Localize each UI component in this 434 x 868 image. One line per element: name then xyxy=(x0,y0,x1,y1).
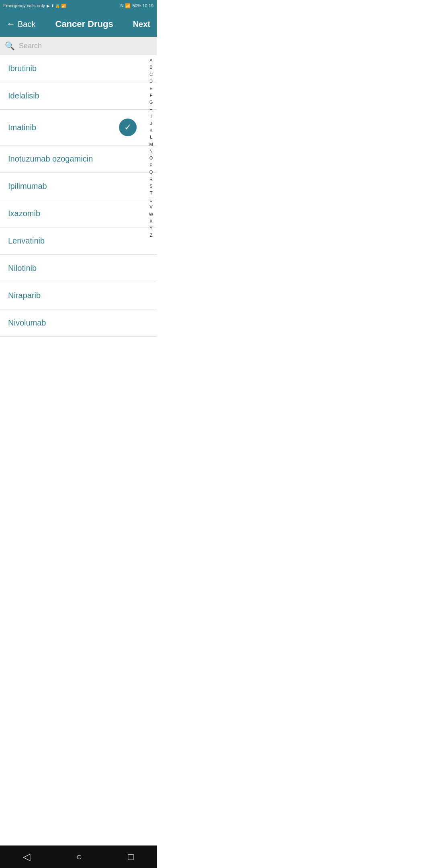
alpha-letter-h[interactable]: H xyxy=(147,106,155,113)
drug-list-item[interactable]: Ibrutinib xyxy=(0,55,157,82)
search-input[interactable] xyxy=(19,42,152,50)
drug-name: Ixazomib xyxy=(8,209,40,218)
alpha-letter-b[interactable]: B xyxy=(147,64,155,70)
alpha-letter-k[interactable]: K xyxy=(147,127,155,133)
alpha-letter-w[interactable]: W xyxy=(147,211,155,217)
drug-list-item[interactable]: Lenvatinib xyxy=(0,227,157,255)
drug-name: Ipilimumab xyxy=(8,182,47,191)
search-icon: 🔍 xyxy=(5,41,15,51)
drug-list-item[interactable]: Nivolumab xyxy=(0,309,157,337)
alpha-letter-r[interactable]: R xyxy=(147,176,155,182)
wifi-icon: 📶 xyxy=(125,3,131,8)
alpha-letter-m[interactable]: M xyxy=(147,141,155,147)
drug-list-item[interactable]: Ixazomib xyxy=(0,200,157,227)
back-arrow-icon: ← xyxy=(6,19,15,29)
drug-list-item[interactable]: Nilotinib xyxy=(0,255,157,282)
status-bar: Emergency calls only ▶ ⬆ 🔒 📶 N 📶 50% 10:… xyxy=(0,0,157,11)
status-right: N 📶 50% 10:19 xyxy=(120,3,154,8)
alpha-letter-f[interactable]: F xyxy=(147,92,155,98)
nfc-icon: N xyxy=(120,3,123,8)
nav-icon-status: ▶ ⬆ 🔒 📶 xyxy=(47,4,66,8)
drug-name: Inotuzumab ozogamicin xyxy=(8,154,93,164)
alphabet-index: ABCDEFGHIJKLMNOPQRSTUVWXYZ xyxy=(145,55,157,241)
drug-list-item[interactable]: Ipilimumab xyxy=(0,173,157,200)
emergency-calls-text: Emergency calls only xyxy=(3,3,45,8)
drug-name: Lenvatinib xyxy=(8,236,45,246)
alpha-letter-d[interactable]: D xyxy=(147,78,155,84)
drug-name: Imatinib xyxy=(8,123,36,132)
drug-list-item[interactable]: Inotuzumab ozogamicin xyxy=(0,145,157,173)
drug-list: IbrutinibIdelalisibImatinib✓Inotuzumab o… xyxy=(0,55,157,337)
drug-list-item[interactable]: Niraparib xyxy=(0,282,157,309)
search-bar: 🔍 xyxy=(0,37,157,55)
alpha-letter-n[interactable]: N xyxy=(147,148,155,154)
battery-icon: 50% 10:19 xyxy=(132,3,154,8)
drug-name: Nilotinib xyxy=(8,264,37,273)
alpha-letter-j[interactable]: J xyxy=(147,121,155,127)
alpha-letter-x[interactable]: X xyxy=(147,218,155,224)
back-button[interactable]: ← Back xyxy=(6,19,35,29)
alpha-letter-y[interactable]: Y xyxy=(147,225,155,231)
alpha-letter-t[interactable]: T xyxy=(147,190,155,196)
drug-name: Ibrutinib xyxy=(8,64,37,73)
drug-name: Niraparib xyxy=(8,291,41,300)
drug-name: Idelalisib xyxy=(8,91,39,100)
alpha-letter-c[interactable]: C xyxy=(147,72,155,78)
alpha-letter-z[interactable]: Z xyxy=(147,232,155,238)
alpha-letter-l[interactable]: L xyxy=(147,134,155,140)
next-button[interactable]: Next xyxy=(133,20,150,29)
alpha-letter-g[interactable]: G xyxy=(147,99,155,105)
alpha-letter-v[interactable]: V xyxy=(147,204,155,210)
alpha-letter-i[interactable]: I xyxy=(147,113,155,119)
alpha-letter-q[interactable]: Q xyxy=(147,169,155,175)
drug-list-item[interactable]: Imatinib✓ xyxy=(0,110,157,145)
alpha-letter-a[interactable]: A xyxy=(147,57,155,63)
status-left: Emergency calls only ▶ ⬆ 🔒 📶 xyxy=(3,3,66,8)
alpha-letter-u[interactable]: U xyxy=(147,197,155,203)
drug-list-item[interactable]: Idelalisib xyxy=(0,82,157,110)
back-label: Back xyxy=(18,20,35,29)
toolbar: ← Back Cancer Drugs Next xyxy=(0,11,157,37)
drug-name: Nivolumab xyxy=(8,318,46,328)
page-title: Cancer Drugs xyxy=(55,19,113,29)
alpha-letter-p[interactable]: P xyxy=(147,162,155,168)
drug-list-container: IbrutinibIdelalisibImatinib✓Inotuzumab o… xyxy=(0,55,157,337)
alpha-letter-o[interactable]: O xyxy=(147,155,155,161)
alpha-letter-s[interactable]: S xyxy=(147,183,155,189)
selected-check-icon: ✓ xyxy=(119,119,137,136)
alpha-letter-e[interactable]: E xyxy=(147,86,155,92)
